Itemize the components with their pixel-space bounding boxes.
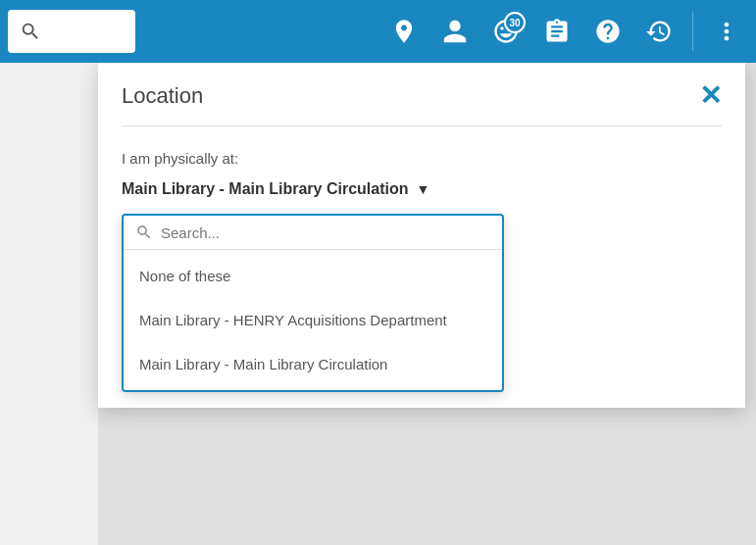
location-icon-btn[interactable] <box>382 10 426 53</box>
main-content: Location ✕ I am physically at: Main Libr… <box>0 63 756 545</box>
modal-title: Location <box>122 83 203 109</box>
clipboard-icon-btn[interactable] <box>535 10 579 53</box>
location-dropdown: None of these Main Library - HENRY Acqui… <box>122 214 504 392</box>
notification-badge: 30 <box>504 12 526 33</box>
dropdown-search-box <box>124 216 502 250</box>
current-location-text: Main Library - Main Library Circulation <box>122 180 409 198</box>
more-menu-btn[interactable] <box>705 10 748 53</box>
dropdown-arrow-icon: ▼ <box>417 181 430 197</box>
location-label: I am physically at: <box>122 150 722 167</box>
sidebar <box>0 63 98 545</box>
help-circle-icon <box>594 18 622 45</box>
clipboard-icon <box>543 18 571 45</box>
location-modal: Location ✕ I am physically at: Main Libr… <box>98 63 745 408</box>
navbar: 30 <box>0 0 756 63</box>
dropdown-items-list: None of these Main Library - HENRY Acqui… <box>124 250 502 390</box>
person-icon <box>441 18 469 45</box>
vertical-dots-icon <box>713 18 740 45</box>
user-icon-btn[interactable] <box>433 10 477 53</box>
history-clock-icon <box>645 18 673 45</box>
close-button[interactable]: ✕ <box>699 82 722 110</box>
emoji-icon-btn[interactable]: 30 <box>484 10 528 53</box>
modal-header: Location ✕ <box>98 63 745 125</box>
search-box[interactable] <box>8 10 135 53</box>
help-icon-btn[interactable] <box>586 10 630 53</box>
modal-body: I am physically at: Main Library - Main … <box>98 126 745 408</box>
history-icon-btn[interactable] <box>637 10 680 53</box>
location-selector[interactable]: Main Library - Main Library Circulation … <box>122 180 722 198</box>
dropdown-search-icon <box>135 223 153 241</box>
dropdown-item-main-circ[interactable]: Main Library - Main Library Circulation <box>124 342 502 386</box>
dropdown-search-input[interactable] <box>161 224 490 241</box>
search-icon <box>20 21 41 42</box>
nav-icons: 30 <box>382 10 748 53</box>
dropdown-item-none[interactable]: None of these <box>124 254 502 298</box>
location-pin-icon <box>390 18 418 45</box>
dropdown-item-henry[interactable]: Main Library - HENRY Acquisitions Depart… <box>124 298 502 342</box>
nav-divider <box>692 12 693 51</box>
